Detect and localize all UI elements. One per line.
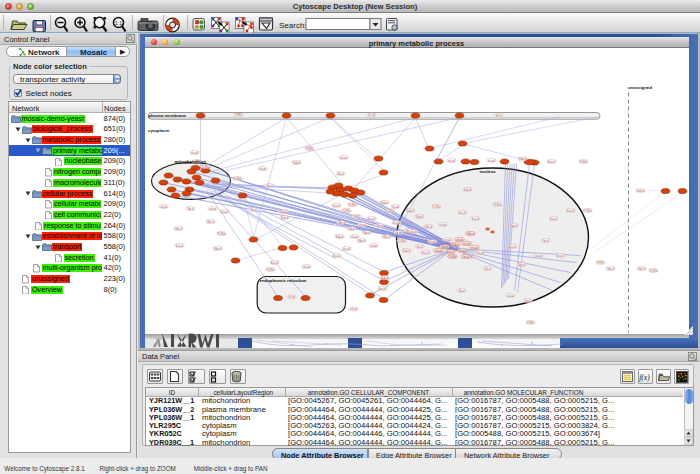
svg-text:YLR0c: YLR0c (233, 176, 242, 180)
svg-text:YKR5: YKR5 (234, 113, 242, 117)
svg-text:bca d: bca d (221, 209, 228, 213)
svg-text:Gbr d: Gbr d (358, 238, 365, 242)
svg-text:1:1: 1:1 (115, 19, 122, 25)
svg-text:YLR0c: YLR0c (448, 254, 457, 258)
svg-text:Sab d: Sab d (335, 234, 343, 238)
svg-text:bca d: bca d (422, 250, 429, 254)
svg-text:nt-ad: nt-ad (477, 250, 484, 254)
svg-text:nt-ad: nt-ad (488, 158, 495, 162)
svg-text:YLR0c: YLR0c (583, 208, 592, 212)
svg-text:Sab d: Sab d (451, 242, 459, 246)
svg-text:cd-an: cd-an (209, 206, 216, 210)
svg-text:nt-ad: nt-ad (459, 248, 466, 252)
svg-text:Gn-d: Gn-d (458, 288, 465, 292)
svg-text:unassigned: unassigned (628, 84, 652, 89)
svg-text:Sab d: Sab d (292, 160, 300, 164)
svg-text:YLR0c: YLR0c (432, 204, 441, 208)
svg-text:Sab d: Sab d (406, 208, 414, 212)
svg-text:Sab d: Sab d (518, 157, 526, 161)
svg-text:bca d: bca d (548, 159, 555, 163)
svg-text:bca d: bca d (447, 249, 454, 253)
svg-text:f(x): f(x) (639, 373, 650, 382)
svg-text:Gbr d: Gbr d (338, 220, 345, 224)
svg-text:nt-ad: nt-ad (448, 158, 455, 162)
svg-text:Sab d: Sab d (402, 248, 410, 252)
svg-text:Sab d: Sab d (280, 215, 288, 219)
svg-text:cd-an: cd-an (456, 237, 463, 241)
svg-text:cd-an: cd-an (507, 293, 514, 297)
svg-text:Sab d: Sab d (380, 275, 388, 279)
svg-text:Gn-d: Gn-d (542, 238, 549, 242)
svg-text:bca d: bca d (379, 286, 386, 290)
svg-text:Gn-d: Gn-d (348, 226, 355, 230)
svg-text:nt-ad: nt-ad (444, 237, 451, 241)
svg-text:YLR0c: YLR0c (649, 268, 658, 272)
svg-text:nt-ad: nt-ad (191, 150, 198, 154)
svg-text:cd-an: cd-an (350, 307, 357, 311)
svg-text:YLR0c: YLR0c (266, 267, 275, 271)
svg-text:cd-an: cd-an (439, 222, 446, 226)
svg-text:plasma membrane: plasma membrane (148, 113, 186, 118)
svg-text:Sab d: Sab d (279, 209, 287, 213)
svg-text:bca d: bca d (459, 210, 466, 214)
svg-text:YKR5: YKR5 (596, 260, 604, 264)
svg-text:Gn-d: Gn-d (484, 266, 491, 270)
svg-text:YLR0c: YLR0c (348, 202, 357, 206)
svg-text:YLR0c: YLR0c (342, 208, 351, 212)
svg-text:YLR0c: YLR0c (579, 159, 588, 163)
svg-text:nt-ad: nt-ad (343, 246, 350, 250)
svg-text:Gn-d: Gn-d (524, 298, 531, 302)
svg-text:bca d: bca d (333, 203, 340, 207)
svg-text:YLR0c: YLR0c (217, 231, 226, 235)
svg-text:YLR0c: YLR0c (385, 208, 394, 212)
svg-text:YLR0c: YLR0c (201, 164, 210, 168)
svg-text:Sab d: Sab d (463, 187, 471, 191)
svg-text:bca d: bca d (567, 208, 574, 212)
svg-text:Gbr d: Gbr d (607, 266, 614, 270)
svg-text:cd-an: cd-an (351, 234, 358, 238)
svg-text:Gbr d: Gbr d (518, 262, 525, 266)
svg-text:bca d: bca d (550, 216, 557, 220)
svg-text:cd-an: cd-an (535, 253, 542, 257)
svg-text:YLR0c: YLR0c (397, 238, 406, 242)
svg-text:Gbr d: Gbr d (363, 230, 370, 234)
svg-text:Gbr d: Gbr d (467, 231, 474, 235)
svg-text:Gn-d: Gn-d (266, 183, 273, 187)
svg-text:bca d: bca d (368, 216, 375, 220)
svg-text:YKR5: YKR5 (305, 146, 313, 150)
svg-text:Gbr d: Gbr d (175, 226, 182, 230)
svg-text:cd-an: cd-an (370, 243, 377, 247)
svg-text:YKR5: YKR5 (526, 320, 534, 324)
svg-text:cd-an: cd-an (259, 166, 266, 170)
svg-text:Gn-d: Gn-d (462, 254, 469, 258)
svg-text:Gn-d: Gn-d (250, 207, 257, 211)
svg-text:Gbr d: Gbr d (207, 219, 214, 223)
svg-text:Gbr d: Gbr d (383, 234, 390, 238)
svg-text:bca d: bca d (333, 253, 340, 257)
svg-text:Sab d: Sab d (380, 200, 388, 204)
svg-text:Gbr d: Gbr d (425, 224, 432, 228)
svg-text:cd-an: cd-an (410, 229, 417, 233)
svg-text:nt-ad: nt-ad (429, 239, 436, 243)
svg-text:bca d: bca d (557, 253, 564, 257)
svg-text:endoplasmic reticulum: endoplasmic reticulum (259, 278, 306, 283)
svg-text:Sab d: Sab d (636, 188, 644, 192)
svg-text:cd-an: cd-an (435, 248, 442, 252)
svg-text:bca d: bca d (176, 243, 183, 247)
svg-text:YLR0c: YLR0c (493, 202, 502, 206)
svg-text:YKR5: YKR5 (352, 214, 360, 218)
svg-text:nt-ad: nt-ad (359, 222, 366, 226)
svg-text:cd-an: cd-an (303, 264, 310, 268)
svg-text:Gn-d: Gn-d (187, 206, 194, 210)
svg-text:nucleus: nucleus (479, 169, 496, 174)
svg-text:mitochondrion: mitochondrion (174, 159, 206, 164)
svg-text:Gn-d: Gn-d (416, 244, 423, 248)
svg-text:Search:: Search: (279, 20, 307, 29)
svg-text:bca d: bca d (509, 244, 516, 248)
svg-text:cytoplasm: cytoplasm (148, 128, 169, 133)
svg-text:bca d: bca d (472, 216, 479, 220)
svg-text:Gn-d: Gn-d (337, 171, 344, 175)
svg-text:Gbr d: Gbr d (214, 246, 221, 250)
svg-text:Sab d: Sab d (509, 223, 517, 227)
svg-text:cd-an: cd-an (340, 155, 347, 159)
